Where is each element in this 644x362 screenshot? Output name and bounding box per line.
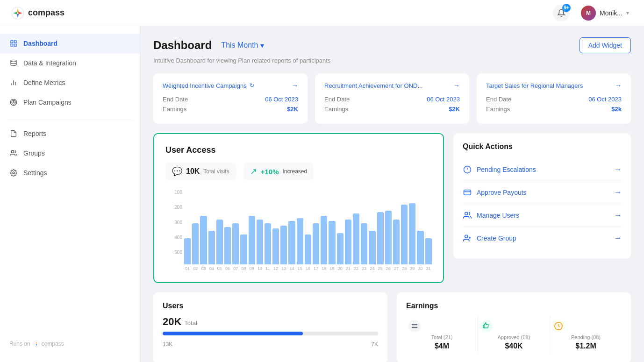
campaign-title-0: Weighted Incentive Campaigns ↻ → <box>163 82 298 89</box>
x-label: 24 <box>369 266 375 271</box>
total-visits-label: Total visits <box>203 168 229 175</box>
sidebar-item-define-metrics[interactable]: Define Metrics <box>0 73 140 92</box>
quick-action-approve-payouts[interactable]: Approve Payouts → <box>463 181 622 204</box>
bar-10[interactable] <box>265 223 271 264</box>
sidebar-footer-brand: compass <box>33 341 64 347</box>
x-label: 26 <box>385 266 392 271</box>
bar-chart-x-axis: 0102030405060708091011121314151617181920… <box>165 266 432 271</box>
bar-7[interactable] <box>240 234 247 264</box>
x-label: 23 <box>361 266 367 271</box>
sidebar-define-metrics-label: Define Metrics <box>23 79 65 86</box>
bar-9[interactable] <box>257 220 263 264</box>
bar-3[interactable] <box>208 231 215 264</box>
bar-13[interactable] <box>288 221 295 264</box>
campaign-arrow-0[interactable]: → <box>292 82 298 89</box>
svg-point-23 <box>465 235 468 238</box>
x-label: 17 <box>313 266 319 271</box>
quick-action-pending-escalations[interactable]: Pending Escalations → <box>463 158 622 181</box>
visits-icon: 💬 <box>172 166 182 177</box>
bar-21[interactable] <box>353 213 359 264</box>
page-subtitle: Intuitive Dashboard for viewing Plan rel… <box>153 57 631 64</box>
bar-29[interactable] <box>417 231 423 264</box>
campaign-row-enddate-1: End Date 06 Oct 2023 <box>324 96 460 103</box>
notification-badge: 9+ <box>562 4 571 12</box>
period-selector[interactable]: This Month ▾ <box>217 39 267 52</box>
sidebar-item-data-integration[interactable]: Data & Integration <box>0 53 140 73</box>
campaign-arrow-2[interactable]: → <box>615 82 622 89</box>
page-title: Dashboard <box>153 39 212 52</box>
earnings-stats: Total (21) $4M Approved (08) $40K <box>406 316 622 354</box>
bar-25[interactable] <box>385 211 392 264</box>
x-label: 01 <box>184 266 191 271</box>
main-content: Dashboard This Month ▾ Add Widget Intuit… <box>140 26 644 362</box>
quick-actions-title: Quick Actions <box>463 142 622 151</box>
svg-point-16 <box>11 150 14 153</box>
quick-action-manage-users[interactable]: Manage Users → <box>463 204 622 227</box>
earnings-widget: Earnings Total (21) $4M <box>397 292 631 362</box>
user-avatar: M <box>581 6 596 21</box>
sidebar-item-settings[interactable]: Settings <box>0 163 140 183</box>
x-label: 16 <box>305 266 311 271</box>
bar-1[interactable] <box>192 223 199 264</box>
bar-12[interactable] <box>280 226 287 264</box>
bar-30[interactable] <box>425 238 432 264</box>
bar-5[interactable] <box>224 227 231 264</box>
bar-26[interactable] <box>393 220 400 264</box>
bar-17[interactable] <box>321 216 327 264</box>
add-widget-button[interactable]: Add Widget <box>580 37 631 53</box>
bottom-widgets: Users 20K Total 13K 7K Earnings <box>153 292 631 362</box>
bar-24[interactable] <box>377 212 384 264</box>
sidebar-settings-label: Settings <box>23 169 47 177</box>
bar-28[interactable] <box>409 203 415 264</box>
page-header: Dashboard This Month ▾ Add Widget <box>153 37 631 53</box>
notification-button[interactable]: 9+ <box>553 5 570 21</box>
earning-stat-pending-value: $1.2M <box>552 342 620 350</box>
quick-action-arrow-2: → <box>614 211 622 220</box>
bar-18[interactable] <box>329 221 335 264</box>
campaign-arrow-1[interactable]: → <box>453 82 460 89</box>
x-label: 04 <box>208 266 215 271</box>
sidebar-item-reports[interactable]: Reports <box>0 124 140 143</box>
sidebar-item-plan-campaigns[interactable]: Plan Campaigns <box>0 92 140 112</box>
sidebar-divider <box>7 120 132 120</box>
campaign-card-1: Recruitment Achievement for OND... → End… <box>315 73 469 124</box>
earning-stat-approved-label: Approved (08) <box>480 334 548 340</box>
svg-point-9 <box>11 60 16 62</box>
bar-27[interactable] <box>401 205 408 264</box>
x-label: 10 <box>257 266 263 271</box>
compass-logo-icon <box>11 7 24 20</box>
quick-action-create-group[interactable]: Create Group → <box>463 227 622 249</box>
x-label: 22 <box>353 266 359 271</box>
bar-15[interactable] <box>305 234 311 264</box>
x-label: 05 <box>216 266 223 271</box>
sidebar-item-dashboard[interactable]: Dashboard <box>0 34 140 53</box>
bar-14[interactable] <box>297 218 303 264</box>
layout: Dashboard Data & Integration Define Metr… <box>0 26 644 362</box>
grid-icon <box>9 39 18 48</box>
campaign-row-earnings-0: Earnings $2K <box>163 106 298 113</box>
svg-rect-5 <box>11 41 13 43</box>
sidebar-item-groups[interactable]: Groups <box>0 143 140 163</box>
campaign-row-earnings-2: Earnings $2k <box>486 106 622 113</box>
bar-8[interactable] <box>249 216 255 264</box>
bar-0[interactable] <box>184 238 191 264</box>
x-label: 28 <box>401 266 408 271</box>
svg-rect-7 <box>11 44 13 46</box>
bar-20[interactable] <box>345 220 351 264</box>
chevron-down-icon: ▾ <box>626 10 629 16</box>
bar-6[interactable] <box>232 223 239 264</box>
x-label: 13 <box>280 266 287 271</box>
user-menu-button[interactable]: M Monik... ▾ <box>577 4 633 22</box>
bar-11[interactable] <box>272 228 279 264</box>
quick-action-left-0: Pending Escalations <box>463 165 536 174</box>
bar-23[interactable] <box>369 231 375 264</box>
quick-actions-card: Quick Actions Pending Escalations → <box>453 133 631 259</box>
bar-16[interactable] <box>313 223 319 264</box>
chart-title: User Access <box>165 145 432 155</box>
database-icon <box>9 59 18 67</box>
x-label: 09 <box>249 266 255 271</box>
bar-2[interactable] <box>200 216 207 264</box>
bar-4[interactable] <box>216 220 223 264</box>
bar-22[interactable] <box>361 223 367 264</box>
bar-19[interactable] <box>337 233 343 264</box>
